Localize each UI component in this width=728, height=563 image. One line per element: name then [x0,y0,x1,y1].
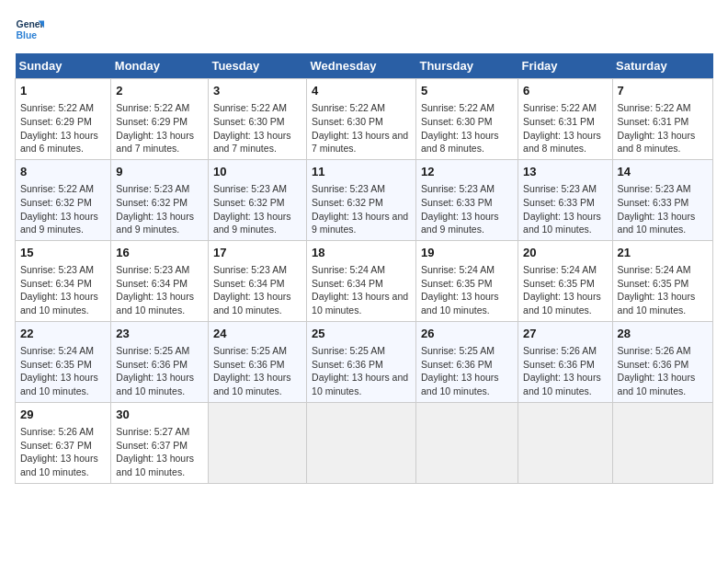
calendar-cell: 9Sunrise: 5:23 AMSunset: 6:32 PMDaylight… [111,159,209,240]
day-number: 16 [116,245,203,261]
calendar-cell [415,402,518,483]
day-number: 1 [20,83,106,99]
day-number: 8 [20,164,106,180]
day-number: 29 [20,407,106,423]
calendar-cell: 20Sunrise: 5:24 AMSunset: 6:35 PMDayligh… [518,240,613,321]
day-info: Sunrise: 5:22 AMSunset: 6:30 PMDaylight:… [421,102,499,154]
day-info: Sunrise: 5:22 AMSunset: 6:31 PMDaylight:… [618,102,696,154]
day-number: 18 [312,245,411,261]
calendar-header-row: SundayMondayTuesdayWednesdayThursdayFrid… [16,53,713,79]
day-number: 24 [213,326,301,342]
calendar-cell: 18Sunrise: 5:24 AMSunset: 6:34 PMDayligh… [307,240,416,321]
calendar-cell: 29Sunrise: 5:26 AMSunset: 6:37 PMDayligh… [16,402,111,483]
calendar-cell [612,402,712,483]
day-info: Sunrise: 5:22 AMSunset: 6:29 PMDaylight:… [116,102,194,154]
calendar-week-row: 8Sunrise: 5:22 AMSunset: 6:32 PMDaylight… [16,159,713,240]
day-number: 28 [618,326,708,342]
calendar-cell: 19Sunrise: 5:24 AMSunset: 6:35 PMDayligh… [415,240,518,321]
calendar-cell: 5Sunrise: 5:22 AMSunset: 6:30 PMDaylight… [415,79,518,160]
calendar-cell: 2Sunrise: 5:22 AMSunset: 6:29 PMDaylight… [111,79,209,160]
calendar-cell: 23Sunrise: 5:25 AMSunset: 6:36 PMDayligh… [111,321,209,402]
calendar-cell: 27Sunrise: 5:26 AMSunset: 6:36 PMDayligh… [518,321,613,402]
header-friday: Friday [518,53,613,79]
header-sunday: Sunday [16,53,111,79]
day-number: 12 [421,164,513,180]
day-number: 26 [421,326,513,342]
svg-text:Blue: Blue [17,30,38,40]
day-number: 9 [116,164,203,180]
day-info: Sunrise: 5:22 AMSunset: 6:29 PMDaylight:… [20,102,98,154]
calendar-week-row: 15Sunrise: 5:23 AMSunset: 6:34 PMDayligh… [16,240,713,321]
day-info: Sunrise: 5:24 AMSunset: 6:35 PMDaylight:… [421,264,499,316]
day-info: Sunrise: 5:22 AMSunset: 6:30 PMDaylight:… [312,102,408,154]
day-info: Sunrise: 5:27 AMSunset: 6:37 PMDaylight:… [116,426,194,477]
day-number: 30 [116,407,203,423]
day-info: Sunrise: 5:26 AMSunset: 6:37 PMDaylight:… [20,426,98,477]
day-number: 15 [20,245,106,261]
day-info: Sunrise: 5:25 AMSunset: 6:36 PMDaylight:… [421,345,499,396]
day-info: Sunrise: 5:24 AMSunset: 6:35 PMDaylight:… [618,264,696,316]
day-info: Sunrise: 5:25 AMSunset: 6:36 PMDaylight:… [312,345,408,396]
calendar-table: SundayMondayTuesdayWednesdayThursdayFrid… [15,53,713,484]
calendar-cell: 25Sunrise: 5:25 AMSunset: 6:36 PMDayligh… [307,321,416,402]
calendar-cell: 6Sunrise: 5:22 AMSunset: 6:31 PMDaylight… [518,79,613,160]
day-info: Sunrise: 5:22 AMSunset: 6:30 PMDaylight:… [213,102,291,154]
day-info: Sunrise: 5:23 AMSunset: 6:32 PMDaylight:… [312,183,408,235]
day-number: 22 [20,326,106,342]
day-info: Sunrise: 5:25 AMSunset: 6:36 PMDaylight:… [213,345,291,396]
day-number: 10 [213,164,301,180]
calendar-cell [208,402,306,483]
day-number: 17 [213,245,301,261]
day-number: 25 [312,326,411,342]
calendar-cell: 24Sunrise: 5:25 AMSunset: 6:36 PMDayligh… [208,321,306,402]
day-number: 21 [618,245,708,261]
header-tuesday: Tuesday [208,53,306,79]
calendar-cell: 28Sunrise: 5:26 AMSunset: 6:36 PMDayligh… [612,321,712,402]
logo-icon: General Blue [15,15,44,44]
logo: General Blue [15,15,48,44]
day-info: Sunrise: 5:23 AMSunset: 6:34 PMDaylight:… [20,264,98,316]
day-number: 5 [421,83,513,99]
calendar-cell: 16Sunrise: 5:23 AMSunset: 6:34 PMDayligh… [111,240,209,321]
day-info: Sunrise: 5:23 AMSunset: 6:34 PMDaylight:… [116,264,194,316]
calendar-week-row: 22Sunrise: 5:24 AMSunset: 6:35 PMDayligh… [16,321,713,402]
day-number: 3 [213,83,301,99]
calendar-week-row: 1Sunrise: 5:22 AMSunset: 6:29 PMDaylight… [16,79,713,160]
day-info: Sunrise: 5:23 AMSunset: 6:33 PMDaylight:… [523,183,601,235]
day-info: Sunrise: 5:23 AMSunset: 6:33 PMDaylight:… [421,183,499,235]
day-info: Sunrise: 5:22 AMSunset: 6:31 PMDaylight:… [523,102,601,154]
calendar-cell: 12Sunrise: 5:23 AMSunset: 6:33 PMDayligh… [415,159,518,240]
day-number: 4 [312,83,411,99]
day-number: 13 [523,164,608,180]
header-monday: Monday [111,53,209,79]
day-info: Sunrise: 5:24 AMSunset: 6:35 PMDaylight:… [523,264,601,316]
day-info: Sunrise: 5:23 AMSunset: 6:32 PMDaylight:… [116,183,194,235]
calendar-cell: 26Sunrise: 5:25 AMSunset: 6:36 PMDayligh… [415,321,518,402]
calendar-cell: 10Sunrise: 5:23 AMSunset: 6:32 PMDayligh… [208,159,306,240]
calendar-cell: 15Sunrise: 5:23 AMSunset: 6:34 PMDayligh… [16,240,111,321]
calendar-cell: 30Sunrise: 5:27 AMSunset: 6:37 PMDayligh… [111,402,209,483]
day-info: Sunrise: 5:23 AMSunset: 6:33 PMDaylight:… [618,183,696,235]
day-number: 6 [523,83,608,99]
calendar-cell [518,402,613,483]
day-info: Sunrise: 5:23 AMSunset: 6:32 PMDaylight:… [213,183,291,235]
day-number: 2 [116,83,203,99]
day-info: Sunrise: 5:24 AMSunset: 6:34 PMDaylight:… [312,264,408,316]
calendar-cell: 21Sunrise: 5:24 AMSunset: 6:35 PMDayligh… [612,240,712,321]
calendar-cell: 11Sunrise: 5:23 AMSunset: 6:32 PMDayligh… [307,159,416,240]
calendar-cell: 7Sunrise: 5:22 AMSunset: 6:31 PMDaylight… [612,79,712,160]
day-info: Sunrise: 5:25 AMSunset: 6:36 PMDaylight:… [116,345,194,396]
header-saturday: Saturday [612,53,712,79]
calendar-cell: 8Sunrise: 5:22 AMSunset: 6:32 PMDaylight… [16,159,111,240]
calendar-cell: 3Sunrise: 5:22 AMSunset: 6:30 PMDaylight… [208,79,306,160]
day-number: 23 [116,326,203,342]
day-info: Sunrise: 5:22 AMSunset: 6:32 PMDaylight:… [20,183,98,235]
day-number: 27 [523,326,608,342]
header-thursday: Thursday [415,53,518,79]
calendar-cell: 17Sunrise: 5:23 AMSunset: 6:34 PMDayligh… [208,240,306,321]
day-number: 14 [618,164,708,180]
day-number: 19 [421,245,513,261]
calendar-cell: 1Sunrise: 5:22 AMSunset: 6:29 PMDaylight… [16,79,111,160]
day-number: 11 [312,164,411,180]
day-number: 20 [523,245,608,261]
